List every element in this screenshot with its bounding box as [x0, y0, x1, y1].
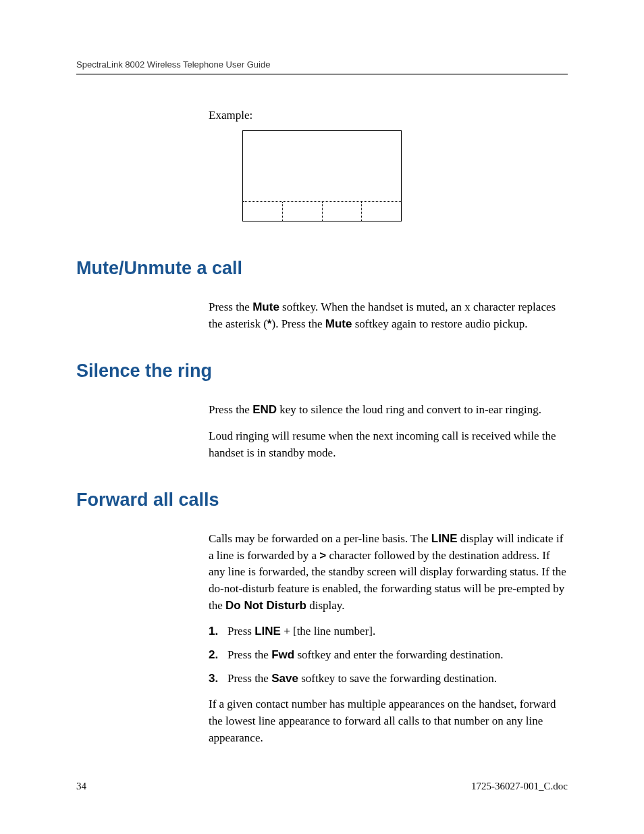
text: softkey and enter the forwarding destina…	[294, 648, 503, 661]
bold-line: LINE	[431, 532, 458, 545]
forward-outro: If a given contact number has multiple a…	[209, 696, 568, 746]
list-item: 1. Press LINE + [the line number].	[209, 623, 568, 640]
list-item: 3. Press the Save softkey to save the fo…	[209, 671, 568, 687]
heading-mute: Mute/Unmute a call	[76, 258, 568, 279]
diagram-cell	[283, 202, 323, 221]
bold-gt: >	[319, 549, 326, 562]
section-forward: Forward all calls Calls may be forwarded…	[76, 490, 568, 746]
heading-silence: Silence the ring	[76, 361, 568, 382]
text: Press the	[227, 672, 271, 685]
silence-paragraph-2: Loud ringing will resume when the next i…	[209, 428, 568, 461]
mute-paragraph: Press the Mute softkey. When the handset…	[209, 299, 568, 332]
list-item: 2. Press the Fwd softkey and enter the f…	[209, 647, 568, 664]
section-mute: Mute/Unmute a call Press the Mute softke…	[76, 258, 568, 332]
bold-line: LINE	[254, 625, 281, 637]
bold-end: END	[252, 403, 277, 416]
bold-save: Save	[271, 672, 298, 685]
running-header: SpectraLink 8002 Wireless Telephone User…	[76, 59, 568, 70]
forward-steps: 1. Press LINE + [the line number]. 2. Pr…	[209, 623, 568, 687]
bold-dnd: Do Not Disturb	[225, 599, 306, 612]
diagram-cell	[243, 202, 283, 221]
bold-fwd: Fwd	[271, 648, 294, 661]
page-number: 34	[76, 781, 86, 792]
example-label: Example:	[209, 109, 568, 122]
diagram-softkey-row	[243, 201, 401, 221]
diagram-box	[242, 130, 402, 221]
text: display.	[306, 599, 345, 612]
text: key to silence the loud ring and convert…	[277, 403, 541, 416]
section-silence: Silence the ring Press the END key to si…	[76, 361, 568, 461]
step-text: Press the Fwd softkey and enter the forw…	[227, 647, 568, 664]
display-diagram	[242, 130, 568, 221]
text: ). Press the	[271, 317, 325, 330]
step-number: 3.	[209, 671, 227, 687]
bold-mute: Mute	[252, 301, 279, 313]
content-indent: Example:	[76, 109, 568, 221]
text: Press the	[227, 648, 271, 661]
text: Press the	[209, 403, 252, 416]
doc-reference: 1725-36027-001_C.doc	[471, 781, 568, 792]
silence-paragraph-1: Press the END key to silence the loud ri…	[209, 402, 568, 419]
step-text: Press the Save softkey to save the forwa…	[227, 671, 568, 687]
page-footer: 34 1725-36027-001_C.doc	[76, 781, 568, 792]
text: softkey to save the forwarding destinati…	[298, 672, 497, 685]
diagram-top-area	[243, 131, 401, 201]
step-text: Press LINE + [the line number].	[227, 623, 568, 640]
heading-forward: Forward all calls	[76, 490, 568, 511]
diagram-cell	[323, 202, 363, 221]
bold-mute: Mute	[325, 317, 352, 330]
step-number: 2.	[209, 647, 227, 664]
text: + [the line number].	[281, 625, 375, 637]
text: Calls may be forwarded on a per-line bas…	[209, 532, 431, 545]
forward-intro: Calls may be forwarded on a per-line bas…	[209, 531, 568, 614]
header-rule	[76, 74, 568, 75]
step-number: 1.	[209, 623, 227, 640]
page-container: SpectraLink 8002 Wireless Telephone User…	[0, 0, 644, 746]
text: Press the	[209, 301, 252, 313]
text: softkey again to restore audio pickup.	[352, 317, 527, 330]
text: Press	[227, 625, 254, 637]
diagram-cell	[362, 202, 401, 221]
